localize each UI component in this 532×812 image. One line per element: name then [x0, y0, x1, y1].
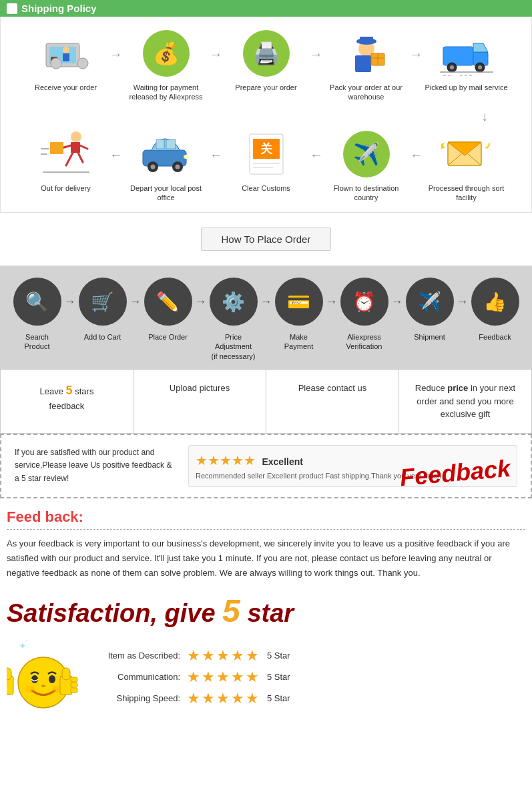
svg-point-38 [175, 165, 180, 169]
satisfaction-stars-row: ✦ · Item as Described: ★★★★★ 5 Star Comm… [7, 636, 525, 719]
arrow-5: → [109, 147, 123, 163]
svg-point-52 [31, 675, 38, 683]
svg-rect-58 [7, 668, 11, 680]
svg-rect-66 [71, 688, 77, 693]
svg-line-27 [78, 153, 83, 162]
steps-row-1: Receive your order → 💰 Waiting for payme… [7, 27, 525, 102]
satisfaction-section: Satisfaction, give 5 star [0, 590, 532, 731]
rating-ship-label: Shipping Speed: [93, 693, 180, 703]
rating-item-label: Item as Described: [93, 651, 180, 661]
svg-rect-6 [63, 53, 69, 61]
shipping-policy-title: Shipping Policy [21, 3, 97, 14]
svg-point-55 [25, 686, 35, 693]
place-order-icon: ✏️ [144, 278, 192, 326]
depart-post-icon [140, 127, 193, 181]
svg-point-5 [63, 47, 69, 53]
stars-number: 5 [66, 384, 73, 397]
label-verification: AliexpressVerification [340, 332, 388, 361]
feedback-benefits-section: Leave 5 starsfeedback Upload pictures Pl… [0, 369, 532, 434]
rating-comm-count: 5 Star [267, 672, 290, 682]
processed-sort-icon [440, 127, 493, 181]
svg-rect-13 [360, 37, 373, 43]
flown-destination-icon: ✈️ [340, 127, 393, 181]
step-receive-order: Receive your order [23, 27, 109, 92]
order-steps-labels: SearchProduct Add to Cart Place Order Pr… [7, 332, 525, 361]
svg-point-41 [184, 155, 189, 159]
feedback-main-title: Feed back: [7, 508, 525, 526]
rating-row-communication: Communication: ★★★★★ 5 Star [93, 669, 290, 686]
arrow-8: → [410, 147, 423, 163]
svg-rect-39 [156, 139, 164, 149]
step-flown-destination: ✈️ Flown to destination country [323, 127, 410, 203]
label-place-order: Place Order [144, 332, 192, 361]
benefit-stars: Leave 5 starsfeedback [1, 370, 134, 433]
waiting-payment-label: Waiting for payment released by Aliexpre… [123, 83, 210, 102]
svg-rect-65 [71, 683, 77, 687]
spacer-3 [194, 332, 208, 361]
satisfaction-emoji: ✦ · [7, 636, 80, 719]
out-delivery-icon [39, 127, 93, 181]
clear-customs-icon: 关 [240, 127, 293, 181]
add-to-cart-icon: 🛒 [79, 278, 127, 326]
feedback-step-icon: 👍 [471, 278, 519, 326]
pickup-mail-icon [440, 27, 493, 80]
svg-marker-16 [473, 43, 488, 52]
svg-text:·: · [25, 637, 27, 644]
order-arrow-5: → [326, 295, 338, 309]
svg-point-18 [450, 65, 454, 69]
order-steps-section: 🔍 → 🛒 → ✏️ → ⚙️ → 💳 → ⏰ → ✈️ → 👍 SearchP… [0, 266, 532, 369]
spacer-6 [390, 332, 405, 361]
satisfaction-title: Satisfaction, give 5 star [7, 594, 525, 629]
benefit-reduce-price: Reduce price in your next order and send… [399, 370, 531, 433]
label-price-adj: Price Adjustment(if necessary) [210, 332, 258, 361]
step-pack-order: Pack your order at our warehouse [323, 27, 410, 102]
satisfaction-num5: 5 [222, 593, 240, 629]
order-arrow-7: → [457, 295, 469, 309]
label-shipment: Shipment [406, 332, 454, 361]
order-arrow-2: → [129, 295, 142, 309]
step-clear-customs: 关 Clear Customs [223, 127, 310, 193]
satisfaction-title-part1: Satisfaction, give [7, 599, 216, 627]
order-arrow-1: → [64, 295, 76, 309]
feedback-stars: ★★★★★ [196, 453, 256, 468]
svg-point-4 [51, 58, 61, 69]
feedback-body-text: As your feedback is very important to ou… [7, 536, 525, 580]
down-arrow: ↓ [7, 109, 525, 124]
order-steps-row: 🔍 → 🛒 → ✏️ → ⚙️ → 💳 → ⏰ → ✈️ → 👍 [7, 278, 525, 326]
rating-item-count: 5 Star [267, 651, 290, 661]
out-delivery-label: Out for delivery [41, 183, 91, 193]
pack-order-label: Pack your order at our warehouse [323, 83, 410, 102]
arrow-4: → [410, 47, 423, 62]
shipping-icon [7, 3, 17, 14]
rating-comm-label: Communication: [93, 672, 180, 682]
label-payment: MakePayment [275, 332, 323, 361]
clear-customs-label: Clear Customs [242, 183, 290, 193]
feedback-excellent: Excellent [262, 456, 302, 467]
price-adjustment-icon: ⚙️ [210, 278, 258, 326]
step-depart-post: Depart your local post office [123, 127, 210, 203]
svg-rect-30 [50, 142, 63, 154]
arrow-1: → [109, 47, 123, 62]
arrow-6: → [210, 147, 223, 163]
arrow-7: → [310, 147, 323, 163]
spacer-7 [455, 332, 470, 361]
spacer-1 [63, 332, 77, 361]
svg-point-20 [478, 65, 482, 69]
feedback-promo-section: If you are satisfied with our product an… [0, 434, 532, 498]
svg-rect-14 [443, 47, 473, 65]
svg-line-26 [66, 153, 73, 165]
pack-order-icon [340, 27, 393, 80]
svg-point-36 [150, 165, 155, 169]
make-payment-icon: 💳 [275, 278, 323, 326]
svg-rect-25 [71, 142, 80, 153]
svg-rect-8 [355, 55, 371, 72]
step-waiting-payment: 💰 Waiting for payment released by Aliexp… [123, 27, 210, 102]
how-to-place-order-button[interactable]: How To Place Order [201, 228, 332, 251]
shipping-policy-header: Shipping Policy [0, 0, 532, 17]
svg-text:关: 关 [260, 142, 273, 155]
svg-rect-63 [62, 668, 70, 680]
arrow-3: → [310, 47, 323, 62]
feedback-promo-text: If you are satisfied with our product an… [15, 446, 175, 485]
shipment-icon: ✈️ [406, 278, 454, 326]
satisfaction-ratings: Item as Described: ★★★★★ 5 Star Communic… [93, 647, 290, 707]
